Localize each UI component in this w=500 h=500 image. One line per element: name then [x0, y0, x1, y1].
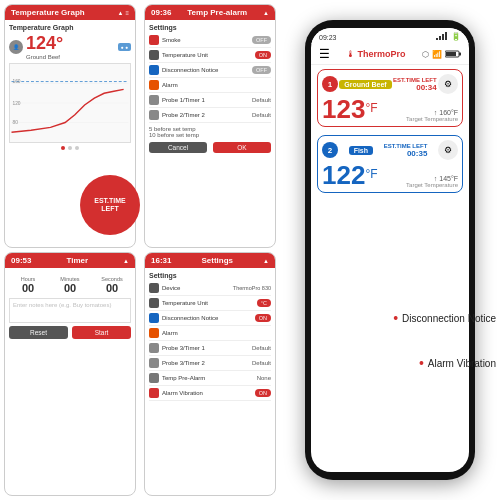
status-time: 09:23: [319, 34, 337, 41]
probe1-est-val: 00:34: [393, 83, 437, 92]
settings-probe1t-row: Probe 3/Timer 1 Default: [149, 341, 271, 356]
tempunit-toggle[interactable]: °C: [257, 299, 271, 307]
probe2-est-area: EST.TIME LEFT 00:35: [384, 143, 428, 158]
smoke-toggle[interactable]: OFF: [252, 36, 271, 44]
svg-rect-9: [442, 34, 444, 40]
probe1-value: Default: [252, 97, 271, 103]
dot-1: [61, 146, 65, 150]
logo-area: 🌡 ThermoPro: [346, 49, 405, 59]
pre-alarm-icons: ▲: [263, 10, 269, 16]
alarm-annotation: • Alarm Vibration: [419, 355, 496, 371]
disconn-toggle[interactable]: ON: [255, 314, 271, 322]
settings-prealarm-row: Temp Pre-Alarm None: [149, 371, 271, 386]
probe-avatar: 👤: [9, 40, 23, 54]
probe1-temperature: 123: [322, 94, 365, 124]
graph-temperature: 124°: [26, 33, 63, 54]
dot-3: [75, 146, 79, 150]
est-time-badge: EST.TIME LEFT: [80, 175, 140, 235]
svg-rect-13: [446, 52, 456, 56]
timer-status-time: 09:53: [11, 256, 31, 265]
graph-inner-title: Temperature Graph: [9, 24, 131, 31]
ok-button[interactable]: OK: [213, 142, 271, 153]
graph-temp-info: 124° Ground Beef: [26, 33, 63, 60]
header-right-icons: ⬡ 📶: [422, 50, 461, 59]
pre-alarm-status: 09:36: [151, 8, 171, 17]
probe2-target-area: ↑ 145°F Target Temperature: [406, 175, 458, 188]
probe1-est-area: EST.TIME LEFT 00:34: [393, 77, 437, 92]
probe2-settings-btn[interactable]: ⚙: [438, 140, 458, 160]
svg-text:120: 120: [12, 101, 20, 106]
timer-note-placeholder: Enter notes here (e.g. Buy tomatoes): [13, 302, 111, 308]
settings-row-probe2: Probe 2/Timer 2 Default: [149, 108, 271, 123]
disconn-icon: [149, 313, 159, 323]
tempunit-label: Temperature Unit: [162, 300, 257, 306]
probe1-food-tag[interactable]: Ground Beef: [339, 80, 391, 89]
probe1t-value: Default: [252, 345, 271, 351]
status-bar: 09:23 🔋: [311, 28, 469, 44]
est-line1: EST.TIME: [94, 197, 126, 205]
cancel-button[interactable]: Cancel: [149, 142, 207, 153]
disconnect-label: Disconnection Notice: [162, 67, 252, 73]
disconnect-icon: [149, 65, 159, 75]
dot-2: [68, 146, 72, 150]
temp-graph-body: Temperature Graph 👤 124° Ground Beef ● ●: [5, 20, 135, 156]
probe1-target-area: ↑ 160°F Target Temperature: [406, 109, 458, 122]
svg-text:80: 80: [12, 120, 18, 125]
tempunit-icon: [149, 298, 159, 308]
bullet-disc: •: [393, 310, 398, 326]
temp-graph-header: Temperature Graph ▲ ≡: [5, 5, 135, 20]
graph-dots: [9, 146, 131, 150]
smoke-label: Smoke: [162, 37, 252, 43]
settings-probe2t-row: Probe 3/Timer 2 Default: [149, 356, 271, 371]
alarm-label: Alarm: [162, 82, 271, 88]
probe2-top: 2 Fish EST.TIME LEFT 00:35 ⚙: [322, 140, 458, 160]
probe1-settings-btn[interactable]: ⚙: [438, 74, 458, 94]
settings-wifi: ▲: [263, 258, 269, 264]
probe2-number: 2: [322, 142, 338, 158]
large-phone-screen: 09:23 🔋 ☰ 🌡: [311, 28, 469, 472]
timer-buttons: Reset Start: [9, 326, 131, 339]
vibration-toggle[interactable]: ON: [255, 389, 271, 397]
probe1-temp-display: 123°F: [322, 96, 378, 122]
alarm2-icon: [149, 328, 159, 338]
timer-header-icons: ▲: [123, 258, 129, 264]
probe2-icon: [149, 110, 159, 120]
probe2-label: Probe 2/Timer 2: [162, 112, 252, 118]
device-value: ThermoPro 830: [233, 285, 271, 291]
timer-seconds-cell: Seconds 00: [93, 276, 131, 294]
settings-row-tempunit: Temperature Unit ON: [149, 48, 271, 63]
bluetooth-icon[interactable]: ⬡: [422, 50, 429, 59]
hours-value: 00: [9, 282, 47, 294]
disconnect-toggle[interactable]: OFF: [252, 66, 271, 74]
status-battery: 🔋: [451, 32, 461, 42]
probe1-est-label: EST.TIME LEFT: [393, 77, 437, 83]
device-icon: [149, 283, 159, 293]
timer-hours-cell: Hours 00: [9, 276, 47, 294]
probe1-target-label: Target Temperature: [406, 116, 458, 122]
probe1t-label: Probe 3/Timer 1: [162, 345, 252, 351]
start-button[interactable]: Start: [72, 326, 131, 339]
timer-wifi-icon: ▲: [123, 258, 129, 264]
wifi-header-icon[interactable]: 📶: [432, 50, 442, 59]
mid-column: 09:36 Temp Pre-alarm ▲ Settings Smoke OF…: [140, 0, 280, 500]
minutes-value: 00: [51, 282, 89, 294]
probe1-unit: °F: [365, 101, 377, 115]
vibration-icon: [149, 388, 159, 398]
status-icons: 🔋: [436, 32, 461, 42]
probe2t-value: Default: [252, 360, 271, 366]
settings-card: 16:31 Settings ▲ Settings Device ThermoP…: [144, 252, 276, 496]
temp-unit-toggle[interactable]: ON: [255, 51, 271, 59]
probe1-top: 1 Ground Beef EST.TIME LEFT 00:34 ⚙: [322, 74, 458, 94]
settings-header: 16:31 Settings ▲: [145, 253, 275, 268]
svg-rect-12: [459, 52, 461, 55]
prealarm-icon: [149, 373, 159, 383]
hamburger-icon[interactable]: ☰: [319, 47, 330, 61]
header-icons: ▲ ≡: [118, 10, 129, 16]
probe2-temperature: 122: [322, 160, 365, 190]
graph-area: 160 120 80: [9, 63, 131, 143]
reset-button[interactable]: Reset: [9, 326, 68, 339]
graph-temp-display: 👤 124° Ground Beef ● ●: [9, 33, 131, 60]
probe2-food-tag[interactable]: Fish: [349, 146, 373, 155]
thermo-icon: 🌡: [346, 49, 355, 59]
battery-header-icon: [445, 50, 461, 58]
